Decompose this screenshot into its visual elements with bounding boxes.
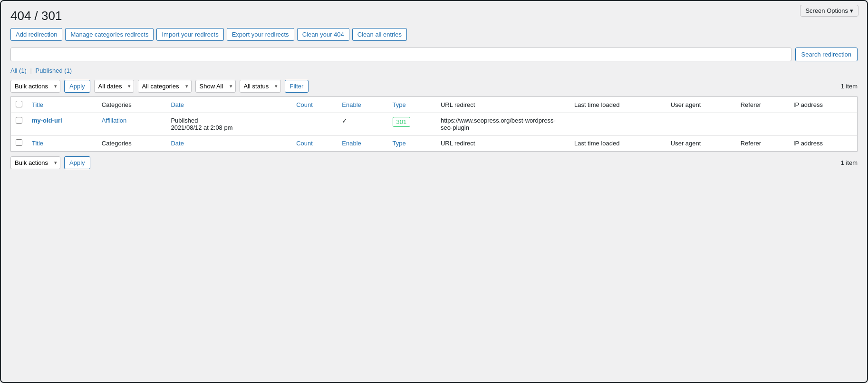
row-date-status: Published bbox=[171, 117, 198, 124]
type-badge: 301 bbox=[393, 117, 411, 127]
col-footer-count[interactable]: Count bbox=[291, 135, 337, 152]
filter-button[interactable]: Filter bbox=[285, 80, 309, 93]
row-referer-cell bbox=[736, 113, 789, 135]
row-count-cell bbox=[291, 113, 337, 135]
page-title: 404 / 301 bbox=[10, 9, 858, 23]
all-categories-wrapper: All categories bbox=[138, 80, 192, 93]
enable-checkmark: ✓ bbox=[342, 117, 347, 124]
table-row: my-old-url Affiliation Published 2021/08… bbox=[11, 113, 857, 135]
apply-button-bottom[interactable]: Apply bbox=[64, 156, 90, 169]
screen-options-label: Screen Options bbox=[805, 7, 848, 14]
row-last-time-loaded-cell bbox=[569, 113, 666, 135]
page-wrapper: Screen Options ▾ 404 / 301 Add redirecti… bbox=[0, 0, 868, 383]
item-count-bottom: 1 item bbox=[841, 159, 858, 166]
col-header-user-agent: User agent bbox=[666, 97, 736, 113]
all-categories-select[interactable]: All categories bbox=[138, 80, 192, 93]
add-redirection-button[interactable]: Add redirection bbox=[10, 28, 62, 41]
filter-all-link[interactable]: All (1) bbox=[10, 67, 27, 74]
search-input[interactable] bbox=[10, 48, 791, 61]
row-ip-address-cell bbox=[789, 113, 857, 135]
export-redirects-button[interactable]: Export your redirects bbox=[227, 28, 294, 41]
show-all-wrapper: Show All bbox=[195, 80, 236, 93]
row-checkbox[interactable] bbox=[16, 117, 22, 124]
screen-options-button[interactable]: Screen Options ▾ bbox=[800, 5, 858, 17]
col-footer-type[interactable]: Type bbox=[388, 135, 436, 152]
apply-button-top[interactable]: Apply bbox=[64, 80, 90, 93]
col-footer-last-time-loaded: Last time loaded bbox=[569, 135, 666, 152]
show-all-select[interactable]: Show All bbox=[195, 80, 236, 93]
row-title-cell: my-old-url bbox=[27, 113, 97, 135]
redirections-table: Title Categories Date Count Enable Type … bbox=[10, 96, 858, 152]
col-header-enable[interactable]: Enable bbox=[337, 97, 387, 113]
col-header-count[interactable]: Count bbox=[291, 97, 337, 113]
bottom-bar: Bulk actions Apply 1 item bbox=[10, 156, 858, 169]
col-footer-referer: Referer bbox=[736, 135, 789, 152]
select-all-header bbox=[11, 97, 27, 113]
col-footer-ip-address: IP address bbox=[789, 135, 857, 152]
row-url-redirect-cell: https://www.seopress.org/best-wordpress-… bbox=[436, 113, 569, 135]
row-categories-cell: Affiliation bbox=[97, 113, 166, 135]
row-user-agent-cell bbox=[666, 113, 736, 135]
all-status-wrapper: All status bbox=[240, 80, 281, 93]
manage-categories-button[interactable]: Manage categories redirects bbox=[65, 28, 154, 41]
search-row: Search redirection bbox=[10, 48, 858, 61]
bulk-actions-bottom-select[interactable]: Bulk actions bbox=[10, 156, 60, 169]
filter-published-link[interactable]: Published (1) bbox=[36, 67, 72, 74]
table-footer-row: Title Categories Date Count Enable Type … bbox=[11, 135, 857, 152]
search-redirection-button[interactable]: Search redirection bbox=[795, 48, 858, 61]
chevron-down-icon: ▾ bbox=[850, 7, 853, 14]
bulk-actions-select[interactable]: Bulk actions bbox=[10, 80, 60, 93]
select-all-footer bbox=[11, 135, 27, 152]
row-checkbox-cell bbox=[11, 113, 27, 135]
table-header-row: Title Categories Date Count Enable Type … bbox=[11, 97, 857, 113]
col-header-date[interactable]: Date bbox=[166, 97, 291, 113]
import-redirects-button[interactable]: Import your redirects bbox=[156, 28, 223, 41]
col-header-categories: Categories bbox=[97, 97, 166, 113]
select-all-checkbox[interactable] bbox=[16, 101, 22, 107]
col-header-ip-address: IP address bbox=[789, 97, 857, 113]
row-type-cell: 301 bbox=[388, 113, 436, 135]
row-category-link[interactable]: Affiliation bbox=[102, 117, 127, 124]
bulk-actions-bottom-wrapper: Bulk actions bbox=[10, 156, 60, 169]
col-footer-enable[interactable]: Enable bbox=[337, 135, 387, 152]
all-dates-select[interactable]: All dates bbox=[94, 80, 134, 93]
col-footer-user-agent: User agent bbox=[666, 135, 736, 152]
col-header-last-time-loaded: Last time loaded bbox=[569, 97, 666, 113]
col-footer-title[interactable]: Title bbox=[27, 135, 97, 152]
bulk-actions-wrapper: Bulk actions bbox=[10, 80, 60, 93]
col-footer-date[interactable]: Date bbox=[166, 135, 291, 152]
col-header-url-redirect: URL redirect bbox=[436, 97, 569, 113]
row-title-link[interactable]: my-old-url bbox=[32, 117, 62, 124]
filter-row-top: Bulk actions Apply All dates All categor… bbox=[10, 80, 858, 93]
clean-404-button[interactable]: Clean your 404 bbox=[297, 28, 349, 41]
col-footer-url-redirect: URL redirect bbox=[436, 135, 569, 152]
item-count-top: 1 item bbox=[841, 83, 858, 90]
col-footer-categories: Categories bbox=[97, 135, 166, 152]
row-enable-cell: ✓ bbox=[337, 113, 387, 135]
row-date-value: 2021/08/12 at 2:08 pm bbox=[171, 124, 232, 131]
row-date-cell: Published 2021/08/12 at 2:08 pm bbox=[166, 113, 291, 135]
select-all-footer-checkbox[interactable] bbox=[16, 139, 22, 146]
clean-all-button[interactable]: Clean all entries bbox=[352, 28, 407, 41]
all-dates-wrapper: All dates bbox=[94, 80, 134, 93]
top-actions-bar: Add redirection Manage categories redire… bbox=[10, 28, 858, 41]
col-header-title[interactable]: Title bbox=[27, 97, 97, 113]
col-header-type[interactable]: Type bbox=[388, 97, 436, 113]
col-header-referer: Referer bbox=[736, 97, 789, 113]
filter-links: All (1) | Published (1) bbox=[10, 67, 858, 74]
all-status-select[interactable]: All status bbox=[240, 80, 281, 93]
